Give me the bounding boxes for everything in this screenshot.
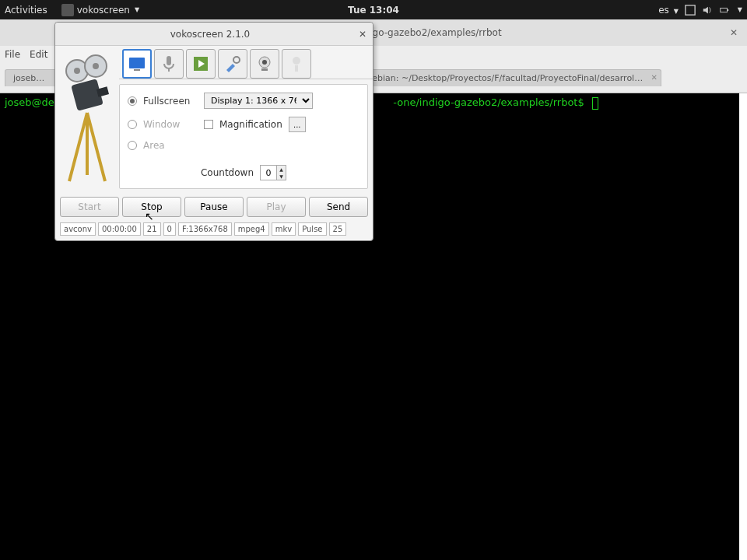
magnification-label: Magnification xyxy=(219,119,282,130)
chevron-down-icon: ▼ xyxy=(135,6,139,13)
menu-file[interactable]: File xyxy=(5,49,20,60)
capture-panel: Fullscreen Display 1: 1366 x 768 Window … xyxy=(119,84,368,189)
svg-point-9 xyxy=(74,68,80,74)
tab-screen[interactable] xyxy=(122,49,152,79)
start-button[interactable]: Start xyxy=(60,197,119,217)
vokoscreen-logo xyxy=(55,46,119,194)
svg-line-3 xyxy=(69,113,87,181)
svg-point-18 xyxy=(233,57,240,63)
stop-button[interactable]: Stop xyxy=(122,197,181,217)
bg-tab-2[interactable]: joseb@debian: ~/Desktop/Proyectos/F/facu… xyxy=(327,69,661,86)
send-button[interactable]: Send xyxy=(309,197,368,217)
countdown-down[interactable]: ▼ xyxy=(277,173,286,180)
radio-area[interactable] xyxy=(128,141,137,150)
volume-icon[interactable] xyxy=(702,5,713,16)
svg-rect-23 xyxy=(295,65,298,72)
battery-icon[interactable] xyxy=(719,5,730,16)
svg-rect-21 xyxy=(261,68,268,71)
vokoscreen-window: vokoscreen 2.1.0 ✕ xyxy=(54,22,374,241)
svg-point-20 xyxy=(262,60,267,65)
countdown-spinner[interactable]: ▲ ▼ xyxy=(260,165,286,180)
terminal-path: -one/indigo-gazebo2/examples/rrbot$ xyxy=(393,96,584,108)
svg-line-4 xyxy=(87,113,105,181)
magnification-checkbox[interactable] xyxy=(204,120,213,129)
status-audio: Pulse xyxy=(298,222,326,236)
activities-button[interactable]: Activities xyxy=(5,5,47,16)
bg-window-close-button[interactable]: ✕ xyxy=(730,27,741,38)
system-menu-chevron-icon[interactable]: ▼ xyxy=(738,6,742,13)
bg-tab-2-label: joseb@debian: ~/Desktop/Proyectos/F/facu… xyxy=(335,73,661,83)
countdown-label: Countdown xyxy=(201,167,254,178)
status-frame: F:1366x768 xyxy=(178,222,232,236)
tab-tools[interactable] xyxy=(218,49,247,79)
vokoscreen-title: vokoscreen 2.1.0 xyxy=(61,29,359,40)
app-menu-label[interactable]: vokoscreen xyxy=(77,5,130,16)
radio-window[interactable] xyxy=(128,120,137,129)
countdown-input[interactable] xyxy=(261,166,276,180)
status-rate: 25 xyxy=(329,222,347,236)
svg-rect-14 xyxy=(167,56,171,65)
svg-rect-13 xyxy=(134,69,140,71)
radio-fullscreen-label: Fullscreen xyxy=(143,96,198,107)
pause-button[interactable]: Pause xyxy=(184,197,244,217)
status-time: 00:00:00 xyxy=(98,222,141,236)
status-dropped: 0 xyxy=(163,222,176,236)
svg-point-22 xyxy=(293,57,300,65)
accessibility-icon[interactable] xyxy=(685,5,696,16)
gnome-topbar: Activities vokoscreen ▼ Tue 13:04 es ▼ ▼ xyxy=(0,0,747,19)
clock[interactable]: Tue 13:04 xyxy=(348,5,399,16)
svg-rect-1 xyxy=(721,8,728,12)
radio-area-label: Area xyxy=(143,140,198,151)
keyboard-layout-indicator[interactable]: es ▼ xyxy=(658,5,679,16)
svg-rect-0 xyxy=(686,5,695,14)
action-buttons: Start Stop Pause Play Send xyxy=(55,194,373,220)
radio-window-label: Window xyxy=(143,119,198,130)
play-button[interactable]: Play xyxy=(247,197,306,217)
app-indicator-icon xyxy=(61,4,74,16)
magnification-settings-button[interactable]: ... xyxy=(289,117,306,132)
radio-fullscreen[interactable] xyxy=(128,96,137,106)
svg-rect-2 xyxy=(727,9,728,11)
tab-info[interactable] xyxy=(282,49,311,79)
display-select[interactable]: Display 1: 1366 x 768 xyxy=(204,93,313,109)
tab-video[interactable] xyxy=(186,49,216,79)
status-vcodec: mpeg4 xyxy=(234,222,269,236)
vokoscreen-tabbar xyxy=(119,46,373,79)
bg-tab-2-close-icon[interactable]: ✕ xyxy=(651,73,658,82)
menu-edit[interactable]: Edit xyxy=(30,49,47,60)
terminal-cursor xyxy=(592,97,598,110)
countdown-up[interactable]: ▲ xyxy=(277,166,286,173)
tab-audio[interactable] xyxy=(154,49,184,79)
status-bar: avconv 00:00:00 21 0 F:1366x768 mpeg4 mk… xyxy=(55,220,373,240)
svg-rect-12 xyxy=(129,58,145,68)
vokoscreen-close-button[interactable]: ✕ xyxy=(359,29,366,40)
tab-webcam[interactable] xyxy=(250,49,279,79)
status-fps: 21 xyxy=(143,222,161,236)
status-container: mkv xyxy=(272,222,296,236)
status-encoder: avconv xyxy=(60,222,96,236)
svg-point-10 xyxy=(93,63,99,69)
